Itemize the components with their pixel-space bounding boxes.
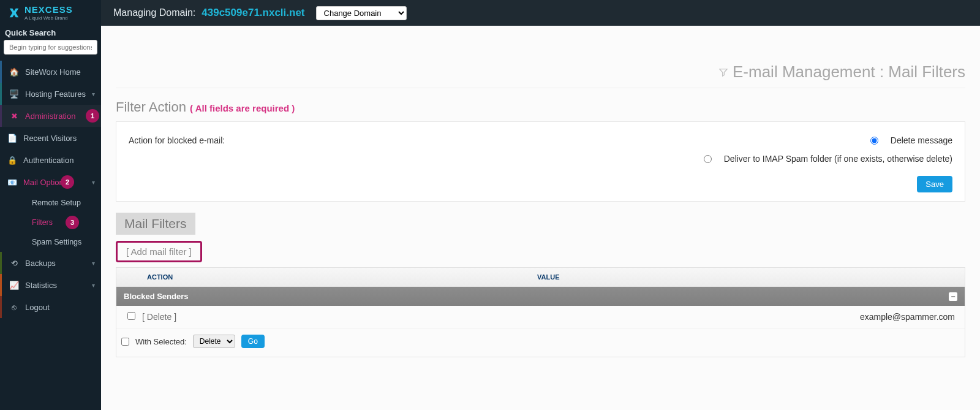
content: E-mail Management : Mail Filters Filter … [101, 26, 980, 372]
chevron-down-icon: ▾ [92, 282, 95, 289]
col-header-action[interactable]: ACTION [141, 268, 531, 286]
table-footer: With Selected: Delete Go [116, 328, 965, 357]
change-domain-select[interactable]: Change Domain [316, 6, 407, 20]
row-value: example@spammer.com [527, 312, 960, 322]
option-delete-message[interactable]: Delete message [623, 135, 952, 145]
nav-hosting-features[interactable]: 🖥️ Hosting Features ▾ [0, 83, 101, 105]
nav-administration[interactable]: ✖ Administration 1 [0, 105, 101, 127]
page-title: E-mail Management : Mail Filters [116, 63, 965, 88]
topbar: Managing Domain: 439c509e71.nxcli.net Ch… [101, 0, 980, 26]
brand-tagline: A Liquid Web Brand [24, 15, 81, 21]
row-checkbox[interactable] [127, 312, 135, 320]
with-selected-label: With Selected: [135, 337, 187, 346]
table-header: ACTION VALUE [116, 268, 965, 287]
nav-label: Logout [25, 303, 50, 312]
nav-sub-label: Filters [32, 218, 53, 227]
nav-label: Statistics [25, 281, 57, 290]
chevron-down-icon: ▾ [92, 91, 95, 97]
radio-deliver-spam-folder[interactable] [704, 155, 712, 163]
collapse-icon[interactable]: − [949, 292, 957, 301]
select-all-checkbox[interactable] [121, 338, 129, 346]
filter-action-heading-text: Filter Action [116, 99, 186, 115]
current-domain: 439c509e71.nxcli.net [202, 7, 304, 19]
lock-icon: 🔒 [7, 155, 17, 165]
nav-mail-submenu: Remote Setup Filters 3 Spam Settings [0, 193, 101, 252]
nav-backups[interactable]: ⟲ Backups ▾ [0, 252, 101, 274]
group-label: Blocked Senders [124, 292, 189, 301]
table-row: [ Delete ] example@spammer.com [116, 306, 965, 328]
page-title-text: E-mail Management : Mail Filters [733, 63, 965, 82]
nav-authentication[interactable]: 🔒 Authentication [0, 149, 101, 171]
nav-statistics[interactable]: 📈 Statistics ▾ [0, 274, 101, 296]
save-button[interactable]: Save [917, 176, 952, 192]
managing-domain-label: Managing Domain: [113, 7, 195, 18]
step-badge-1: 1 [86, 109, 99, 123]
svg-text:NEXCESS: NEXCESS [24, 5, 73, 15]
monitor-icon: 🖥️ [9, 89, 19, 99]
row-delete-link[interactable]: [ Delete ] [142, 312, 176, 322]
mail-filters-table: ACTION VALUE Blocked Senders − [ Delete … [116, 267, 965, 357]
option-deliver-spam-folder[interactable]: Deliver to IMAP Spam folder (if one exis… [623, 154, 952, 164]
step-badge-2: 2 [61, 175, 74, 189]
nav-sub-remote-setup[interactable]: Remote Setup [24, 193, 101, 213]
logout-icon: ⎋ [9, 302, 19, 312]
go-button[interactable]: Go [241, 335, 265, 348]
quick-search-input[interactable] [4, 40, 97, 55]
action-for-blocked-label: Action for blocked e-mail: [129, 135, 623, 172]
bulk-action-select[interactable]: Delete [193, 335, 235, 348]
nav-label: SiteWorx Home [25, 67, 81, 77]
filter-action-card: Action for blocked e-mail: Delete messag… [116, 121, 965, 202]
funnel-icon [719, 68, 728, 77]
nav-sub-spam-settings[interactable]: Spam Settings [24, 232, 101, 252]
step-badge-3: 3 [66, 216, 79, 229]
backup-icon: ⟲ [9, 258, 19, 268]
brand-wordmark-icon: NEXCESS [24, 5, 81, 15]
brand: NEXCESS A Liquid Web Brand [0, 0, 101, 25]
nav-label: Recent Visitors [23, 134, 77, 143]
nav-sub-filters[interactable]: Filters 3 [24, 213, 101, 232]
nav-siteworx-home[interactable]: 🏠 SiteWorx Home [0, 61, 101, 83]
visitors-icon: 📄 [7, 133, 17, 143]
chevron-down-icon: ▾ [92, 179, 95, 186]
tools-icon: ✖ [9, 111, 19, 121]
radio-delete-message[interactable] [870, 137, 878, 145]
quick-search-label: Quick Search [0, 25, 101, 40]
nav-logout[interactable]: ⎋ Logout [0, 296, 101, 318]
brand-logo-icon [7, 6, 21, 20]
mail-filters-heading: Mail Filters [116, 213, 195, 235]
nav-label: Backups [25, 259, 56, 268]
col-header-value[interactable]: VALUE [531, 268, 965, 286]
nav-label: Hosting Features [25, 89, 86, 99]
main-region: Managing Domain: 439c509e71.nxcli.net Ch… [101, 0, 980, 410]
filter-action-heading: Filter Action ( All fields are required … [116, 99, 965, 115]
nav-label: Authentication [23, 156, 74, 165]
option-label: Deliver to IMAP Spam folder (if one exis… [724, 154, 952, 164]
group-blocked-senders[interactable]: Blocked Senders − [116, 287, 965, 306]
chevron-down-icon: ▾ [92, 260, 95, 267]
mail-icon: 📧 [7, 177, 17, 187]
chart-icon: 📈 [9, 280, 19, 290]
nav-recent-visitors[interactable]: 📄 Recent Visitors [0, 127, 101, 149]
sidebar: NEXCESS A Liquid Web Brand Quick Search … [0, 0, 101, 410]
home-icon: 🏠 [9, 67, 19, 77]
option-label: Delete message [891, 135, 952, 145]
nav-mail-options[interactable]: 📧 Mail Options 2 ▾ [0, 171, 101, 193]
add-mail-filter-link[interactable]: [ Add mail filter ] [116, 241, 202, 262]
nav-label: Administration [25, 112, 75, 121]
required-note: ( All fields are required ) [190, 103, 295, 113]
